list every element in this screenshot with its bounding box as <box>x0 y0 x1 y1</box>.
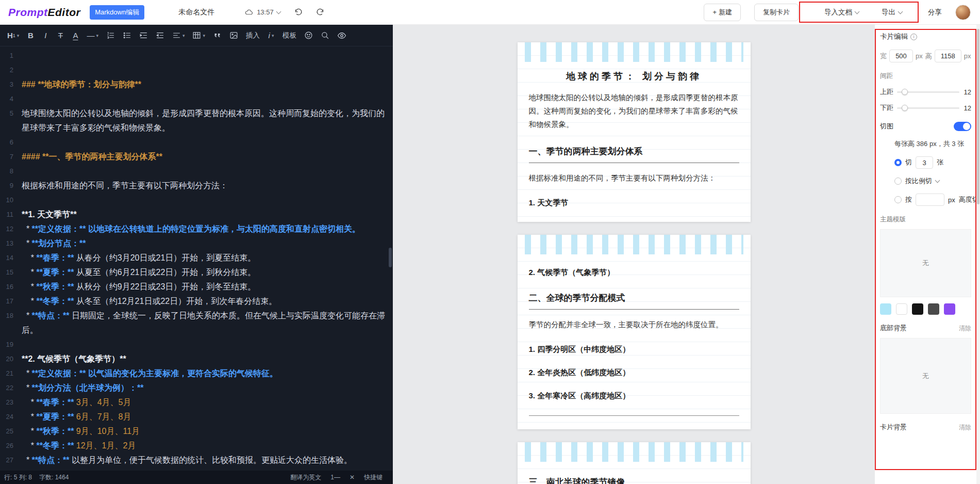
translate-button[interactable]: 翻译为英文 <box>290 473 321 482</box>
slice-toggle[interactable] <box>954 122 971 131</box>
info-icon[interactable]: i <box>910 34 917 40</box>
template-button[interactable]: 模板 <box>283 31 296 40</box>
preview-toggle-button[interactable] <box>337 31 346 40</box>
preview-card[interactable]: 地球的季节： 划分与韵律地球围绕太阳的公转以及地轴的倾斜，是形成四季更替的根本原… <box>518 42 751 222</box>
scale-indicator[interactable]: 1— <box>330 474 340 481</box>
color-swatch[interactable] <box>944 303 955 315</box>
card-body: 地球的季节： 划分与韵律地球围绕太阳的公转以及地轴的倾斜，是形成四季更替的根本原… <box>518 70 751 221</box>
editor-line[interactable]: 24 * **夏季：** 6月、7月、8月 <box>0 410 393 424</box>
bullet-list-button[interactable] <box>123 31 131 40</box>
radio-slice-height[interactable] <box>894 196 902 203</box>
file-name[interactable]: 未命名文件 <box>178 8 214 17</box>
color-swatch[interactable] <box>928 303 939 315</box>
editor-line[interactable]: 26 * **冬季：** 12月、1月、2月 <box>0 439 393 453</box>
shortcuts-button[interactable]: 快捷键 <box>364 473 383 482</box>
search-button[interactable] <box>321 31 329 40</box>
bold-button[interactable]: B <box>27 31 34 40</box>
theme-template-preview[interactable]: 无 <box>880 229 971 297</box>
heading-level-label: 1 <box>13 33 15 38</box>
width-input[interactable] <box>889 50 913 62</box>
strikethrough-button[interactable]: T <box>57 31 64 40</box>
editor-line[interactable]: 19 <box>0 337 393 352</box>
radio-slice-count[interactable] <box>894 159 902 166</box>
divider-button[interactable]: —▾ <box>87 31 98 40</box>
editor-line[interactable]: 25 * **秋季：** 9月、10月、11月 <box>0 424 393 439</box>
underline-button[interactable]: A <box>72 31 79 40</box>
table-button[interactable]: ▾ <box>192 31 205 40</box>
editor-line[interactable]: 13 * **划分节点：** <box>0 236 393 251</box>
editor-line[interactable]: 21 * **定义依据：** 以气温的变化为主要标准，更符合实际的气候特征。 <box>0 366 393 381</box>
copy-card-button[interactable]: 复制卡片 <box>754 4 799 21</box>
editor-line[interactable]: 4 <box>0 92 393 106</box>
export-button[interactable]: 导出 <box>882 8 902 17</box>
editor-line[interactable]: 18 * **特点：** 日期固定，全球统一，反映了日地关系的本质。但在气候上与… <box>0 309 393 337</box>
height-input[interactable] <box>935 50 961 62</box>
slice-count-input[interactable] <box>916 156 933 169</box>
editor-line[interactable]: 27 * **特点：** 以整月为单位，便于气候数据的统计、比较和预报。更贴近大… <box>0 453 393 467</box>
editor-line[interactable]: 11**1. 天文季节** <box>0 207 393 222</box>
markdown-mode-badge[interactable]: Markdown编辑 <box>90 5 144 20</box>
color-swatch[interactable] <box>880 303 891 315</box>
editor-status-bar: 行: 5 列: 8 字数: 1464 翻译为英文 1— ✕ 快捷键 <box>0 471 393 484</box>
preview-card[interactable]: 三、南北半球的季节镜像 <box>518 442 751 484</box>
share-button[interactable]: 分享 <box>928 8 942 17</box>
preview-card[interactable]: 2. 气候季节（气象季节）二、全球的季节分配模式季节的分配并非全球一致，主要取决… <box>518 235 751 429</box>
quote-button[interactable] <box>213 31 222 40</box>
top-margin-value: 12 <box>963 88 971 96</box>
ordered-list-button[interactable] <box>106 31 115 40</box>
slider-knob[interactable] <box>902 89 908 95</box>
indent-increase-button[interactable] <box>139 31 148 40</box>
slash-command-button[interactable]: i▾ <box>268 31 275 40</box>
caret-down-icon: ▾ <box>182 33 185 38</box>
redo-button[interactable] <box>316 8 325 17</box>
bottom-bg-clear-button[interactable]: 清除 <box>959 324 971 333</box>
editor-line[interactable]: 3### **地球的季节：划分与韵律** <box>0 77 393 92</box>
word-count: 字数: 1464 <box>39 473 69 482</box>
card-bg-clear-button[interactable]: 清除 <box>959 423 971 432</box>
sync-status[interactable]: 13:57 <box>244 8 280 17</box>
line-number: 2 <box>0 63 13 77</box>
editor-line[interactable]: 16 * **秋季：** 从秋分（约9月22日或23日）开始，到冬至结束。 <box>0 280 393 294</box>
editor-line[interactable]: 20**2. 气候季节（气象季节）** <box>0 352 393 366</box>
editor-line[interactable]: 22 * **划分方法（北半球为例）：** <box>0 381 393 395</box>
editor-line[interactable]: 23 * **春季：** 3月、4月、5月 <box>0 395 393 410</box>
editor-line[interactable]: 14 * **春季：** 从春分（约3月20日或21日）开始，到夏至结束。 <box>0 251 393 265</box>
import-doc-label: 导入文档 <box>824 8 852 17</box>
card-li: 3. 全年寒冷区（高纬度地区） <box>529 391 739 401</box>
undo-button[interactable] <box>294 8 303 17</box>
insert-button[interactable]: 插入 <box>246 31 260 40</box>
italic-button[interactable]: I <box>42 31 49 40</box>
editor-line[interactable]: 17 * **冬季：** 从冬至（约12月21日或22日）开始，到次年春分结束。 <box>0 294 393 309</box>
bottom-bg-preview[interactable]: 无 <box>880 338 971 414</box>
window-scrollbar[interactable] <box>976 25 980 484</box>
editor-line[interactable]: 5地球围绕太阳的公转以及地轴的倾斜，是形成四季更替的根本原因。这种周而复始的变化… <box>0 106 393 135</box>
new-button[interactable]: + 新建 <box>704 4 741 21</box>
image-button[interactable] <box>229 31 238 40</box>
slice-height-input[interactable] <box>916 193 944 206</box>
editor-line[interactable]: 2 <box>0 63 393 77</box>
user-avatar[interactable] <box>955 5 971 20</box>
bottom-margin-slider[interactable] <box>897 107 959 109</box>
color-swatch[interactable] <box>912 303 923 315</box>
editor-line[interactable]: 10 <box>0 193 393 207</box>
editor-scrollbar[interactable] <box>389 248 392 267</box>
editor-line[interactable]: 8 <box>0 164 393 179</box>
editor-line[interactable]: 7#### **一、季节的两种主要划分体系** <box>0 150 393 164</box>
heading-button[interactable]: H1▾ <box>7 31 19 40</box>
editor-line[interactable]: 12 * **定义依据：** 以地球在公转轨道上的特定位置为标准，与太阳的高度和… <box>0 222 393 236</box>
slider-knob[interactable] <box>902 105 908 111</box>
emoji-button[interactable] <box>304 31 313 40</box>
top-margin-slider[interactable] <box>897 91 959 93</box>
indent-decrease-button[interactable] <box>156 31 164 40</box>
editor-line[interactable]: 15 * **夏季：** 从夏至（约6月21日或22日）开始，到秋分结束。 <box>0 265 393 280</box>
color-swatch[interactable] <box>896 303 907 315</box>
editor-body[interactable]: 123### **地球的季节：划分与韵律**45地球围绕太阳的公转以及地轴的倾斜… <box>0 46 393 471</box>
import-doc-button[interactable]: 导入文档 <box>824 8 859 17</box>
close-icon[interactable]: ✕ <box>350 474 355 481</box>
scrollbar-thumb[interactable] <box>977 29 979 204</box>
editor-line[interactable]: 1 <box>0 49 393 63</box>
radio-slice-ratio[interactable] <box>894 178 902 185</box>
editor-line[interactable]: 9根据标准和用途的不同，季节主要有以下两种划分方法： <box>0 179 393 193</box>
align-button[interactable]: ▾ <box>172 31 185 40</box>
editor-line[interactable]: 6 <box>0 135 393 150</box>
